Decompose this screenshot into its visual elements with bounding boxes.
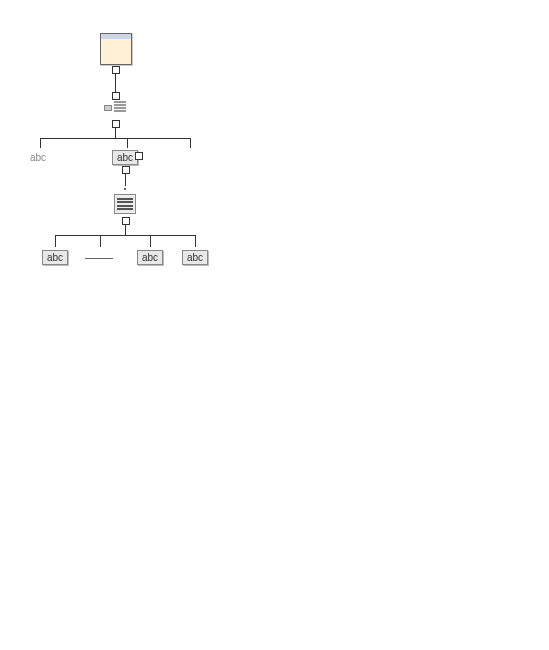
root-node[interactable] [100, 33, 132, 65]
edge [125, 174, 126, 186]
level1-node[interactable] [104, 100, 126, 118]
edge [127, 138, 128, 148]
list-icon [114, 194, 136, 214]
node-button[interactable]: abc [182, 250, 208, 265]
edge [55, 235, 195, 236]
edge [40, 138, 190, 139]
connector [112, 120, 120, 128]
edge [190, 138, 191, 148]
edge [100, 235, 101, 247]
edge [150, 235, 151, 247]
tree-diagram: abc abc abc abc abc [0, 0, 549, 650]
connector [122, 217, 130, 225]
toolbar-icon [104, 100, 126, 118]
edge [115, 74, 116, 92]
grandchild-1[interactable]: abc [137, 250, 163, 265]
edge [115, 128, 116, 138]
placeholder-dash [85, 258, 113, 259]
connector [112, 92, 120, 100]
leaf-plain: abc [30, 152, 46, 163]
window-icon [100, 33, 132, 65]
edge [40, 138, 41, 148]
grandchild-2[interactable]: abc [182, 250, 208, 265]
connector [122, 166, 130, 174]
leaf-label: abc [30, 152, 46, 163]
connector [135, 152, 143, 160]
edge [125, 225, 126, 235]
edge [55, 235, 56, 247]
node-button[interactable]: abc [42, 250, 68, 265]
connector [112, 66, 120, 74]
edge [195, 235, 196, 247]
ellipsis-dot [124, 188, 126, 190]
grandchild-0[interactable]: abc [42, 250, 68, 265]
level3-node[interactable] [114, 194, 136, 214]
node-button[interactable]: abc [137, 250, 163, 265]
